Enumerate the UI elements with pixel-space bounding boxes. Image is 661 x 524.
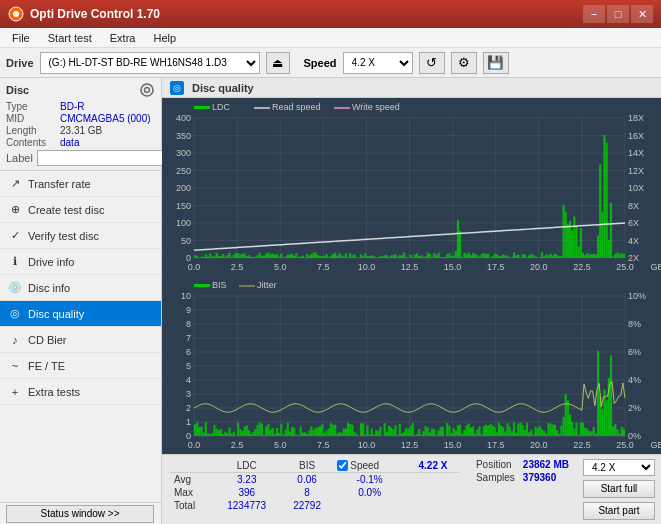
disc-fields: Type BD-R MID CMCMAGBA5 (000) Length 23.…: [6, 101, 155, 148]
disc-info-icon: 💿: [8, 281, 22, 295]
cd-bier-icon: ♪: [8, 333, 22, 347]
title-bar-left: Opti Drive Control 1.70: [8, 6, 160, 22]
total-row: Total 1234773 22792: [170, 499, 460, 512]
app-title: Opti Drive Control 1.70: [30, 7, 160, 21]
sidebar: Disc Type BD-R MID CMCMAGBA5 (000) Lengt…: [0, 78, 162, 524]
avg-bis: 0.06: [281, 473, 333, 487]
col-header-empty: [170, 459, 212, 473]
jitter-header-label: Speed: [350, 460, 379, 471]
max-jitter: 0.0%: [333, 486, 406, 499]
contents-label: Contents: [6, 137, 56, 148]
start-full-button[interactable]: Start full: [583, 480, 655, 498]
sidebar-item-fe-te[interactable]: ~ FE / TE: [0, 353, 161, 379]
ldc-chart: [162, 98, 661, 276]
mid-label: MID: [6, 113, 56, 124]
length-value: 23.31 GB: [60, 125, 155, 136]
type-label: Type: [6, 101, 56, 112]
speed-label: Speed: [304, 57, 337, 69]
sidebar-item-label: Verify test disc: [28, 230, 99, 242]
refresh-button[interactable]: ↺: [419, 52, 445, 74]
maximize-button[interactable]: □: [607, 5, 629, 23]
type-value: BD-R: [60, 101, 155, 112]
eject-button[interactable]: ⏏: [266, 52, 290, 74]
max-row: Max 396 8 0.0%: [170, 486, 460, 499]
charts-area: [162, 98, 661, 454]
position-section: Position 23862 MB Samples 379360: [468, 455, 577, 524]
sidebar-item-drive-info[interactable]: ℹ Drive info: [0, 249, 161, 275]
bis-chart: [162, 276, 661, 454]
bis-chart-section: [162, 276, 661, 454]
label-label: Label: [6, 152, 33, 164]
disc-info-panel: Disc Type BD-R MID CMCMAGBA5 (000) Lengt…: [0, 78, 161, 171]
avg-jitter: -0.1%: [333, 473, 406, 487]
content-area: ◎ Disc quality LDC: [162, 78, 661, 524]
length-label: Length: [6, 125, 56, 136]
drive-label: Drive: [6, 57, 34, 69]
sidebar-item-label: Disc quality: [28, 308, 84, 320]
max-bis: 8: [281, 486, 333, 499]
menu-bar: File Start test Extra Help: [0, 28, 661, 48]
max-label: Max: [170, 486, 212, 499]
label-input[interactable]: [37, 150, 166, 166]
mid-value: CMCMAGBA5 (000): [60, 113, 155, 124]
speed-select[interactable]: 4.2 X: [343, 52, 413, 74]
menu-help[interactable]: Help: [145, 31, 184, 45]
sidebar-item-disc-info[interactable]: 💿 Disc info: [0, 275, 161, 301]
drive-select[interactable]: (G:) HL-DT-ST BD-RE WH16NS48 1.D3: [40, 52, 260, 74]
close-button[interactable]: ✕: [631, 5, 653, 23]
menu-start-test[interactable]: Start test: [40, 31, 100, 45]
avg-label: Avg: [170, 473, 212, 487]
position-label: Position: [476, 459, 515, 470]
nav-items: ↗ Transfer rate ⊕ Create test disc ✓ Ver…: [0, 171, 161, 502]
window-controls: − □ ✕: [583, 5, 653, 23]
avg-ldc: 3.23: [212, 473, 280, 487]
drive-info-icon: ℹ: [8, 255, 22, 269]
total-label: Total: [170, 499, 212, 512]
transfer-rate-icon: ↗: [8, 177, 22, 191]
menu-file[interactable]: File: [4, 31, 38, 45]
svg-point-2: [141, 84, 153, 96]
samples-label: Samples: [476, 472, 515, 483]
sidebar-item-extra-tests[interactable]: + Extra tests: [0, 379, 161, 405]
sidebar-item-verify-test-disc[interactable]: ✓ Verify test disc: [0, 223, 161, 249]
save-button[interactable]: 💾: [483, 52, 509, 74]
status-window-button[interactable]: Status window >>: [6, 505, 154, 523]
disc-quality-icon: ◎: [8, 307, 22, 321]
col-header-ldc: LDC: [212, 459, 280, 473]
ldc-chart-section: [162, 98, 661, 276]
jitter-checkbox[interactable]: [337, 460, 348, 471]
total-ldc: 1234773: [212, 499, 280, 512]
title-bar: Opti Drive Control 1.70 − □ ✕: [0, 0, 661, 28]
svg-point-1: [13, 11, 19, 17]
sidebar-item-label: FE / TE: [28, 360, 65, 372]
chart-icon: ◎: [170, 81, 184, 95]
sidebar-item-create-test-disc[interactable]: ⊕ Create test disc: [0, 197, 161, 223]
menu-extra[interactable]: Extra: [102, 31, 144, 45]
sidebar-item-transfer-rate[interactable]: ↗ Transfer rate: [0, 171, 161, 197]
disc-panel-icon[interactable]: [139, 82, 155, 98]
quality-speed-select[interactable]: 4.2 X: [583, 459, 655, 476]
svg-point-3: [145, 88, 150, 93]
action-area: 4.2 X Start full Start part: [577, 455, 661, 524]
col-header-jitter-cb: Speed: [333, 459, 406, 473]
sidebar-item-label: Drive info: [28, 256, 74, 268]
bottom-stats: LDC BIS Speed 4.22 X: [162, 454, 661, 524]
sidebar-item-label: Disc info: [28, 282, 70, 294]
sidebar-item-label: CD Bier: [28, 334, 67, 346]
minimize-button[interactable]: −: [583, 5, 605, 23]
samples-value: 379360: [523, 472, 569, 483]
sidebar-item-cd-bier[interactable]: ♪ CD Bier: [0, 327, 161, 353]
app-icon: [8, 6, 24, 22]
contents-value: data: [60, 137, 155, 148]
speed-header-value: 4.22 X: [419, 460, 448, 471]
chart-title: Disc quality: [192, 82, 254, 94]
disc-panel-header: Disc: [6, 82, 155, 98]
sidebar-item-label: Extra tests: [28, 386, 80, 398]
col-header-bis: BIS: [281, 459, 333, 473]
stats-data-table: LDC BIS Speed 4.22 X: [170, 459, 460, 512]
start-part-button[interactable]: Start part: [583, 502, 655, 520]
settings-button[interactable]: ⚙: [451, 52, 477, 74]
avg-row: Avg 3.23 0.06 -0.1%: [170, 473, 460, 487]
create-test-disc-icon: ⊕: [8, 203, 22, 217]
sidebar-item-disc-quality[interactable]: ◎ Disc quality: [0, 301, 161, 327]
